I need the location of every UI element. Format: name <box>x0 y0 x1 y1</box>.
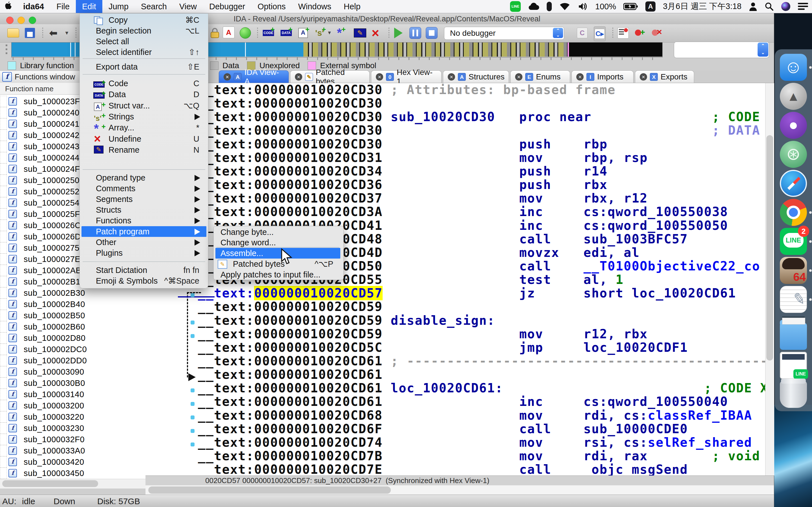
disasm-line[interactable]: __text:000000010020CD5C jmp loc_10020CDF… <box>198 341 688 354</box>
tab-ida-view[interactable]: ×AIDA View-A <box>219 70 289 83</box>
menu-item-select-identifier[interactable]: Select identifier⇧↑ <box>82 47 206 57</box>
disasm-line[interactable]: __text:000000010020CD30 sub_10020CD30 pr… <box>198 110 765 124</box>
menu-item-structs[interactable]: Structs <box>82 205 206 215</box>
navband-handle[interactable] <box>6 45 7 56</box>
volume-icon[interactable] <box>578 0 588 13</box>
rename-icon[interactable]: ✎ <box>354 26 366 40</box>
dock-safari-icon[interactable] <box>780 170 807 197</box>
dock-finder-icon[interactable]: ☺ <box>780 54 807 81</box>
user-icon[interactable] <box>749 0 757 13</box>
disasm-line[interactable]: __text:000000010020CD3A inc cs:qword_100… <box>198 205 728 219</box>
back-history-dropdown-icon[interactable]: ▼ <box>64 26 69 40</box>
analysis-indicator-icon[interactable]: A <box>223 26 235 38</box>
disasm-line[interactable]: __text:000000010020CD7E call _objc_msgSe… <box>198 463 688 475</box>
close-tab-icon[interactable]: × <box>515 73 522 80</box>
menubar-item-debugger[interactable]: Debugger <box>203 0 251 13</box>
functions-hscrollbar[interactable] <box>0 479 146 488</box>
tab-structures[interactable]: ×AStructures <box>443 70 509 83</box>
menubar-item-file[interactable]: File <box>50 0 76 13</box>
strings-icon[interactable]: 's' <box>315 26 324 40</box>
function-row[interactable]: fsub_100002B50 <box>0 310 146 321</box>
disasm-line[interactable]: __text:000000010020CD30 ; DATA XREF: sub… <box>198 124 765 137</box>
undefine-icon[interactable]: × <box>371 26 379 40</box>
tab-imports[interactable]: ×IImports <box>571 70 633 83</box>
cloud-icon[interactable] <box>528 0 539 13</box>
disasm-line[interactable]: __text:000000010020CD59 <box>198 300 383 314</box>
pause-debugger-icon[interactable] <box>409 26 421 40</box>
close-tab-icon[interactable]: × <box>223 73 231 80</box>
function-row[interactable]: fsub_1000030B0 <box>0 378 146 389</box>
breakpoint-list-icon[interactable] <box>617 26 629 40</box>
siri-icon[interactable] <box>781 0 791 13</box>
menu-item-export-data[interactable]: Export data⇧E <box>82 61 206 72</box>
line-menu-icon[interactable]: LINE <box>510 1 521 12</box>
menu-item-segments[interactable]: Segments <box>82 194 206 205</box>
function-row[interactable]: fsub_100003200 <box>0 400 146 411</box>
function-row[interactable]: fsub_1000032F0 <box>0 434 146 445</box>
input-source-icon[interactable]: A <box>645 1 656 11</box>
save-icon[interactable] <box>25 26 35 40</box>
disasm-vscrollbar-thumb[interactable] <box>766 135 773 360</box>
function-row[interactable]: fsub_100002B60 <box>0 321 146 332</box>
close-tab-icon[interactable]: × <box>448 73 455 80</box>
menu-item-other[interactable]: Other <box>82 237 206 247</box>
dock-atom-icon[interactable]: ⊛ <box>780 141 807 168</box>
submenu-item-change-byte[interactable]: Change byte... <box>215 227 340 237</box>
menubar-item-ida64[interactable]: ida64 <box>17 0 50 13</box>
disasm-line[interactable]: __text:000000010020CD59 mov r12, rbx <box>198 327 648 341</box>
menu-item-begin-selection[interactable]: Begin selection⌥L <box>82 25 206 36</box>
menu-item-array[interactable]: Array...* <box>82 122 206 133</box>
struct-var-icon[interactable]: A <box>298 26 308 40</box>
delete-breakpoint-icon[interactable]: × <box>651 26 662 40</box>
function-row[interactable]: fsub_100003420 <box>0 456 146 467</box>
open-file-icon[interactable] <box>7 26 19 40</box>
menubar-item-edit[interactable]: Edit <box>76 0 102 13</box>
disasm-hscrollbar-thumb[interactable] <box>148 487 391 494</box>
menubar-item-jump[interactable]: Jump <box>102 0 135 13</box>
disasm-line[interactable]: __text:000000010020CD61 <box>198 368 383 381</box>
menu-item-struct-var[interactable]: Struct var...⌥Q <box>82 100 206 111</box>
menu-item-emoji-symbols[interactable]: Emoji & Symbols^⌘Space <box>82 276 206 286</box>
menubar-item-options[interactable]: Options <box>251 0 292 13</box>
disasm-vscrollbar[interactable] <box>765 83 774 475</box>
disasm-line[interactable]: __text:000000010020CD30 <box>198 97 383 110</box>
array-icon[interactable]: * <box>337 26 342 40</box>
dock-chrome-icon[interactable] <box>780 199 807 226</box>
close-tab-icon[interactable]: × <box>295 73 302 80</box>
debugger-select-spinner-icon[interactable]: ⌃⌄ <box>553 28 563 38</box>
menu-item-undefine[interactable]: UndefineU <box>82 133 206 144</box>
step-over-icon[interactable]: C <box>577 26 588 40</box>
tab-enums[interactable]: ×EEnums <box>510 70 570 83</box>
disasm-line[interactable]: __text:000000010020CD31 mov rbp, rsp <box>198 151 648 165</box>
submenu-item-assemble[interactable]: Assemble... <box>215 248 340 259</box>
dock-launchpad-icon[interactable]: ▲ <box>780 83 807 110</box>
disasm-line[interactable]: __text:000000010020CD61 ; --------------… <box>198 354 765 368</box>
disasm-line[interactable]: __text:000000010020CD61 inc cs:qword_100… <box>198 395 728 408</box>
menu-item-strings[interactable]: Strings <box>82 111 206 122</box>
battery-icon[interactable] <box>623 0 638 13</box>
menu-item-rename[interactable]: RenameN <box>82 145 206 155</box>
dock-line-icon[interactable]: 2 <box>780 228 807 255</box>
function-row[interactable]: fsub_100003230 <box>0 422 146 434</box>
stop-debugger-icon[interactable] <box>426 26 438 40</box>
menu-item-copy[interactable]: Copy⌘C <box>82 15 206 25</box>
menu-item-start-dictation[interactable]: Start Dictationfn fn <box>82 265 206 276</box>
spotlight-search-icon[interactable] <box>765 0 774 13</box>
close-tab-icon[interactable]: × <box>576 73 583 80</box>
menubar-item-windows[interactable]: Windows <box>292 0 338 13</box>
dock-github-icon[interactable]: ● <box>780 112 807 139</box>
debugger-select[interactable]: No debugger ⌃⌄ <box>444 27 564 40</box>
run-until-return-icon[interactable]: C▸ <box>594 26 606 41</box>
function-row[interactable]: fsub_100003450 <box>0 467 146 479</box>
menu-item-plugins[interactable]: Plugins <box>82 247 206 258</box>
tab-patched-bytes[interactable]: ×✎Patched bytes <box>290 70 370 83</box>
add-breakpoint-icon[interactable]: + <box>634 26 645 40</box>
menu-item-select-all[interactable]: Select all <box>82 36 206 47</box>
disasm-line[interactable]: __text:000000010020CD74 mov rsi, cs:selR… <box>198 436 752 449</box>
menubar-item-view[interactable]: View <box>173 0 203 13</box>
menu-item-patch-program[interactable]: Patch program <box>82 226 206 237</box>
disasm-line[interactable]: __text:000000010020CD59 disable_sign: <box>198 314 495 327</box>
submenu-item-change-word[interactable]: Change word... <box>215 237 340 248</box>
dock-textedit-icon[interactable] <box>780 286 807 313</box>
disasm-line[interactable]: __text:000000010020CD37 mov rbx, r12 <box>198 191 648 205</box>
